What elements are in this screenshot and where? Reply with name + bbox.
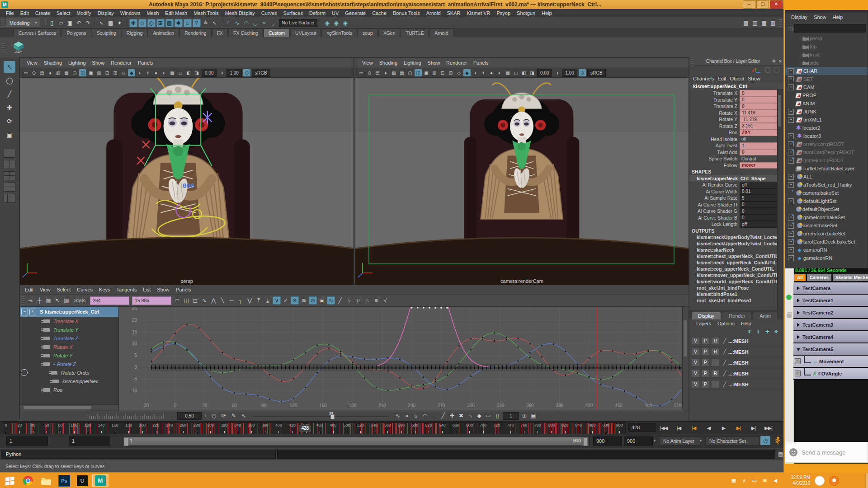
attr-value-field[interactable]: 0 bbox=[740, 149, 778, 156]
engine-tab-cameras[interactable]: Cameras bbox=[807, 274, 831, 281]
layout-preset-4[interactable] bbox=[4, 183, 15, 192]
output-node[interactable]: root_skelJnt_bindPose1 bbox=[689, 297, 783, 304]
step-back-frame-button[interactable]: |◀ bbox=[671, 423, 686, 433]
shadows-icon[interactable]: ● bbox=[152, 69, 160, 76]
shadows-icon[interactable]: ● bbox=[488, 69, 495, 76]
surface-snap-icon[interactable]: ≈ bbox=[260, 19, 269, 27]
color-management-icon[interactable]: ⊙ bbox=[579, 69, 586, 76]
curve-area[interactable]: 2520151050-5-10-300306090120150180210240… bbox=[119, 307, 682, 410]
current-frame-field[interactable]: 428 bbox=[628, 423, 656, 432]
step-tangents-icon[interactable]: ┐ bbox=[236, 296, 245, 305]
outliner-item-defaultlightset[interactable]: +defaultLightSet bbox=[785, 197, 868, 205]
select-by-object-icon[interactable]: ▦ bbox=[107, 19, 115, 27]
subtrack-fovangle[interactable]: ✓✗FOVAngle bbox=[793, 368, 868, 380]
layout-preset-2[interactable] bbox=[4, 160, 15, 169]
scroll-handle[interactable] bbox=[24, 406, 91, 409]
display-layer-row[interactable]: VPR╱...:MESH bbox=[689, 357, 783, 368]
lock-selection-icon[interactable]: ≙ bbox=[202, 19, 210, 27]
vp-menu-show[interactable]: Show bbox=[425, 60, 443, 66]
track-testcamera[interactable]: TestCamera bbox=[793, 282, 868, 295]
shelf-tab-xgen[interactable]: XGen bbox=[378, 28, 401, 37]
shelf-tab-curves-surfaces[interactable]: Curves / Surfaces bbox=[14, 28, 61, 37]
outliner-item-orreryicon-bakeset[interactable]: +♦orreryIcon:bakeSet bbox=[785, 230, 868, 238]
scale-tool[interactable]: ▣ bbox=[4, 129, 15, 141]
menu-create[interactable]: Create bbox=[32, 10, 53, 16]
close-button[interactable]: ✕ bbox=[770, 0, 783, 9]
layer-visibility-toggle[interactable]: V bbox=[691, 337, 700, 345]
chat-input-bar[interactable]: Send a message bbox=[785, 442, 868, 463]
break-tangents-icon[interactable]: ∨ bbox=[273, 296, 281, 305]
viewport-canvas[interactable]: camera:renderCam bbox=[355, 78, 689, 285]
frame-all-icon[interactable]: □ bbox=[173, 296, 181, 305]
output-node[interactable]: kismet:neckUpperBodyTwist_Loctwi... bbox=[689, 234, 783, 240]
outliner-item-cam[interactable]: +CAM bbox=[785, 83, 868, 91]
box-icon[interactable]: ▭ bbox=[484, 412, 492, 420]
free-weight-icon[interactable]: ✕ bbox=[291, 296, 299, 305]
delete-key-icon[interactable]: ✖ bbox=[457, 412, 465, 420]
render-globals-icon[interactable]: ◉ bbox=[323, 19, 331, 27]
loop-icon[interactable]: ⟳ bbox=[220, 412, 228, 420]
command-input[interactable] bbox=[277, 450, 775, 459]
outliner-menu-show[interactable]: Show bbox=[811, 14, 830, 20]
layout-preset-5[interactable] bbox=[4, 194, 15, 203]
menu-uv[interactable]: UV bbox=[329, 10, 342, 16]
save-scene-icon[interactable]: ▣ bbox=[66, 19, 74, 27]
gamma-icon[interactable]: ◨ bbox=[528, 69, 536, 76]
playback-end-field[interactable]: 900 bbox=[593, 436, 622, 446]
graph-channel-roo[interactable]: Roo bbox=[20, 385, 118, 394]
outliner-item-front[interactable]: front bbox=[785, 51, 868, 59]
script-editor-icon[interactable]: ▤ bbox=[778, 451, 783, 457]
exposure-field[interactable]: 0.00 bbox=[537, 69, 552, 77]
gate-mask-icon[interactable]: ▣ bbox=[87, 69, 94, 76]
attr-value-field[interactable]: 5 bbox=[740, 195, 778, 202]
subtrack-checkbox[interactable]: ✓ bbox=[795, 371, 801, 376]
go-to-end-button[interactable]: ▶▶| bbox=[761, 423, 776, 433]
layer-display-type-toggle[interactable]: R bbox=[711, 359, 720, 366]
animation-end-field[interactable]: 900 bbox=[624, 436, 653, 446]
gamma-icon[interactable]: ◑ bbox=[218, 69, 225, 76]
output-node[interactable]: kismet:cog_upperNeck_CondUTIL bbox=[689, 266, 783, 272]
view-transform-field[interactable]: sRGB bbox=[252, 69, 270, 77]
expand-icon[interactable]: + bbox=[788, 68, 794, 74]
menu-set-dropdown[interactable]: Modeling▼ bbox=[6, 19, 40, 27]
isolate-select-icon[interactable]: ▩ bbox=[169, 69, 176, 76]
safe-title-icon[interactable]: ⊞ bbox=[447, 69, 454, 76]
shelf-tab-custom[interactable]: Custom bbox=[264, 28, 290, 37]
footer-slider[interactable]: SL bbox=[253, 412, 389, 420]
expand-icon[interactable]: + bbox=[788, 84, 794, 90]
outliner-item-prop[interactable]: PROP bbox=[785, 91, 868, 99]
layer-playback-toggle[interactable]: P bbox=[701, 370, 710, 377]
command-language-field[interactable]: Python bbox=[1, 450, 276, 459]
snap-to-view-plane-icon[interactable]: ▩ bbox=[165, 19, 174, 27]
select-by-component-icon[interactable]: ✦ bbox=[116, 19, 124, 27]
outliner-search-input[interactable] bbox=[794, 24, 866, 33]
output-node[interactable]: root_skelJnt_bindPose bbox=[689, 285, 783, 291]
output-node[interactable]: kismet:mover_upperNeck_CondUTIL bbox=[689, 272, 783, 278]
layer-menu-layers[interactable]: Layers bbox=[693, 321, 714, 326]
layer-playback-toggle[interactable]: P bbox=[701, 380, 710, 388]
menu-modify[interactable]: Modify bbox=[73, 10, 94, 16]
layer-tab-display[interactable]: Display bbox=[691, 312, 721, 319]
stats-field[interactable]: 15.885 bbox=[132, 296, 171, 305]
outliner-item-camera-bakeset[interactable]: ♦camera:bakeSet bbox=[785, 189, 868, 197]
attr-value-field[interactable]: off bbox=[740, 221, 778, 228]
expand-icon[interactable]: + bbox=[29, 309, 36, 315]
display-icon[interactable]: ▭ bbox=[750, 477, 759, 485]
new-scene-icon[interactable]: ▯ bbox=[48, 19, 56, 27]
graph-grip[interactable] bbox=[21, 296, 24, 305]
play-clock-icon[interactable]: ◷ bbox=[210, 412, 218, 420]
grid-icon[interactable]: ▦ bbox=[63, 69, 70, 76]
move-layer-up-icon[interactable]: ⇞ bbox=[745, 328, 753, 336]
shelf-tab-sculpting[interactable]: Sculpting bbox=[92, 28, 121, 37]
camera-attributes-icon[interactable]: ▤ bbox=[374, 69, 381, 76]
expand-icon[interactable]: + bbox=[788, 182, 794, 188]
xray-icon[interactable]: ◻ bbox=[512, 69, 519, 76]
textured-icon[interactable]: ◖ bbox=[136, 69, 143, 76]
add-key-icon[interactable]: ✚ bbox=[448, 412, 456, 420]
grid-icon[interactable]: ▦ bbox=[398, 69, 406, 76]
insert-keys-icon[interactable]: ┼ bbox=[35, 296, 43, 305]
retime-tool-icon[interactable]: ▥ bbox=[62, 296, 71, 305]
post-infinity-icon[interactable]: ≈ bbox=[345, 296, 353, 305]
viewport-persp[interactable]: ViewShadingLightingShowRendererPanels▭⊙▤… bbox=[19, 57, 354, 285]
outliner-item-side[interactable]: side bbox=[785, 59, 868, 67]
